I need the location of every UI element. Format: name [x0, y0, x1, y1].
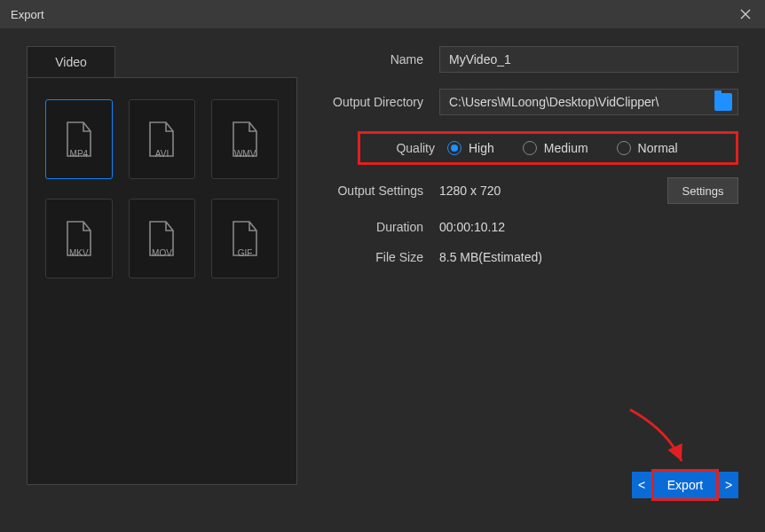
format-avi[interactable]: AVI — [129, 99, 196, 179]
close-icon — [740, 9, 751, 20]
output-settings-value: 1280 x 720 — [439, 184, 659, 198]
settings-button[interactable]: Settings — [667, 177, 738, 204]
quality-label: Quality — [369, 141, 435, 155]
radio-label: High — [469, 141, 494, 155]
radio-label: Normal — [638, 141, 678, 155]
duration-label: Duration — [315, 220, 439, 234]
format-label: GIF — [238, 248, 253, 258]
prev-button[interactable]: < — [632, 472, 651, 498]
folder-icon[interactable] — [714, 93, 732, 111]
export-highlight: Export — [651, 469, 719, 501]
tab-video[interactable]: Video — [27, 46, 115, 78]
bottom-bar: < Export > — [632, 469, 738, 501]
output-settings-label: Output Settings — [315, 184, 439, 198]
radio-label: Medium — [544, 141, 588, 155]
quality-high-radio[interactable]: High — [447, 141, 494, 155]
format-gif[interactable]: GIF — [211, 199, 279, 278]
quality-normal-radio[interactable]: Normal — [617, 141, 678, 155]
left-pane: Video MP4 AVI WMV MKV MOV — [0, 28, 315, 532]
radio-icon — [447, 141, 461, 155]
filesize-value: 8.5 MB(Estimated) — [439, 250, 738, 264]
format-mov[interactable]: MOV — [129, 199, 196, 278]
filesize-label: File Size — [315, 250, 439, 264]
name-value: MyVideo_1 — [449, 52, 511, 66]
format-mkv[interactable]: MKV — [45, 199, 113, 278]
next-button[interactable]: > — [719, 472, 738, 498]
output-dir-input[interactable]: C:\Users\MLoong\Desktop\VidClipper\ — [439, 89, 738, 115]
export-button[interactable]: Export — [654, 472, 716, 498]
format-label: WMV — [234, 149, 256, 159]
window-title: Export — [11, 8, 726, 21]
format-label: AVI — [155, 149, 169, 159]
radio-icon — [523, 141, 537, 155]
right-pane: Name MyVideo_1 Output Directory C:\Users… — [315, 28, 765, 532]
quality-row: Quality High Medium Normal — [358, 131, 738, 165]
format-label: MKV — [69, 248, 89, 258]
format-wmv[interactable]: WMV — [211, 99, 279, 179]
format-label: MP4 — [70, 149, 89, 159]
output-dir-label: Output Directory — [315, 95, 439, 109]
name-input[interactable]: MyVideo_1 — [439, 46, 738, 73]
quality-medium-radio[interactable]: Medium — [523, 141, 588, 155]
duration-value: 00:00:10.12 — [439, 220, 738, 234]
close-button[interactable] — [726, 0, 765, 28]
format-mp4[interactable]: MP4 — [45, 99, 113, 179]
output-dir-value: C:\Users\MLoong\Desktop\VidClipper\ — [449, 95, 659, 109]
name-label: Name — [315, 52, 439, 66]
titlebar: Export — [0, 0, 765, 28]
format-panel: MP4 AVI WMV MKV MOV GIF — [27, 77, 297, 485]
radio-icon — [617, 141, 631, 155]
format-label: MOV — [152, 248, 172, 258]
